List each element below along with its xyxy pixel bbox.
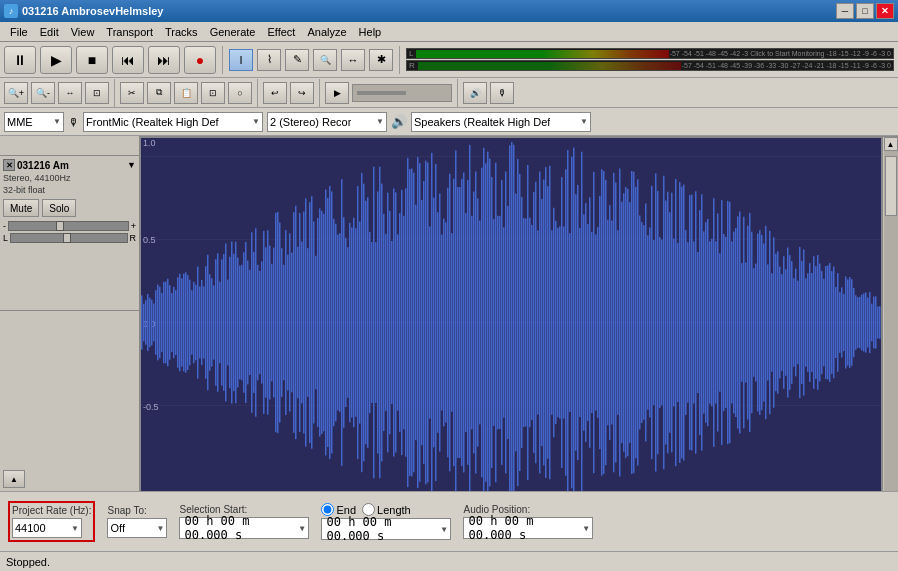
trim-button[interactable]: ⊡ [201,82,225,104]
selection-start-display[interactable]: 00 h 00 m 00.000 s ▼ [179,517,309,539]
stop-button[interactable]: ■ [76,46,108,74]
cut-button[interactable]: ✂ [120,82,144,104]
sep6 [457,79,458,107]
selection-start-group: Selection Start: 00 h 00 m 00.000 s ▼ [179,504,309,539]
menu-tracks[interactable]: Tracks [159,25,204,39]
track-info-bits: 32-bit float [3,185,136,195]
silence-button[interactable]: ○ [228,82,252,104]
timeshift-tool[interactable]: ↔ [341,49,365,71]
transport-toolbar: ⏸ ▶ ■ ⏮ ⏭ ● I ⌇ ✎ 🔍 ↔ ✱ L -57 -54 -51 -4… [0,42,898,78]
menu-analyze[interactable]: Analyze [301,25,352,39]
vscroll-thumb[interactable] [885,156,897,216]
vscroll-track[interactable] [884,151,898,491]
audio-position-display[interactable]: 00 h 00 m 00.000 s ▼ [463,517,593,539]
copy-button[interactable]: ⧉ [147,82,171,104]
mute-button[interactable]: Mute [3,199,39,217]
input-channels-select[interactable]: 2 (Stereo) Recor ▼ [267,112,387,132]
pan-slider[interactable] [10,233,127,243]
gain-minus: - [3,221,6,231]
title-bar: ♪ 031216 AmbrosevHelmsley ─ □ ✕ [0,0,898,22]
menu-edit[interactable]: Edit [34,25,65,39]
project-rate-value: 44100 [15,522,46,534]
collapse-button[interactable]: ▲ [3,470,25,488]
record-button[interactable]: ● [184,46,216,74]
end-length-group: End Length 00 h 00 m 00.000 s ▼ [321,503,451,540]
rewind-button[interactable]: ⏮ [112,46,144,74]
project-rate-label: Project Rate (Hz): [12,505,91,516]
waveform-top [141,138,881,491]
fit-button[interactable]: ↔ [58,82,82,104]
play-at-speed[interactable]: ▶ [325,82,349,104]
menu-generate[interactable]: Generate [204,25,262,39]
track-panel-bottom: ▲ [0,311,139,491]
mixer-row: MME ▼ 🎙 FrontMic (Realtek High Def ▼ 2 (… [0,108,898,136]
playback-speed-slider[interactable] [352,84,452,102]
input-device-select[interactable]: FrontMic (Realtek High Def ▼ [83,112,263,132]
pan-left-label: L [3,233,8,243]
play-button[interactable]: ▶ [40,46,72,74]
track-info-stereo: Stereo, 44100Hz [3,173,136,183]
track-close-button[interactable]: ✕ [3,159,15,171]
vertical-scrollbar: ▲ ▼ [882,137,898,491]
undo-button[interactable]: ↩ [263,82,287,104]
paste-button[interactable]: 📋 [174,82,198,104]
project-rate-group: Project Rate (Hz): 44100 ▼ [8,501,95,542]
envelope-tool[interactable]: ⌇ [257,49,281,71]
zoom-in-button[interactable]: 🔍+ [4,82,28,104]
audio-position-group: Audio Position: 00 h 00 m 00.000 s ▼ [463,504,593,539]
track-menu-icon[interactable]: ▼ [127,160,136,170]
multi-tool[interactable]: ✱ [369,49,393,71]
output-device-select[interactable]: Speakers (Realtek High Def ▼ [411,112,591,132]
audio-host-select[interactable]: MME ▼ [4,112,64,132]
pause-button[interactable]: ⏸ [4,46,36,74]
snap-to-label: Snap To: [107,505,167,516]
scroll-up-button[interactable]: ▲ [884,137,898,151]
timeline: -30 -15 0 15 30 45 1:00 1:15 1:30 1:45 2… [140,136,898,137]
draw-tool[interactable]: ✎ [285,49,309,71]
maximize-button[interactable]: □ [856,3,874,19]
minimize-button[interactable]: ─ [836,3,854,19]
pan-row: L R [3,233,136,243]
waveform-tracks[interactable] [140,137,882,491]
tools-toolbar: 🔍+ 🔍- ↔ ⊡ ✂ ⧉ 📋 ⊡ ○ ↩ ↪ ▶ 🔊 🎙 [0,78,898,108]
mic-icon: 🎙 [68,116,79,128]
vol-slider[interactable]: 🔊 [463,82,487,104]
zoom-tool[interactable]: 🔍 [313,49,337,71]
gain-row: - + [3,221,136,231]
end-value: 00 h 00 m 00.000 s [326,515,441,543]
sep5 [319,79,320,107]
gain-knob [56,221,64,231]
menu-view[interactable]: View [65,25,101,39]
track-header: ✕ 031216 Am ▼ Stereo, 44100Hz 32-bit flo… [0,156,139,311]
forward-button[interactable]: ⏭ [148,46,180,74]
zoom-out-button[interactable]: 🔍- [31,82,55,104]
mic-slider[interactable]: 🎙 [490,82,514,104]
menu-effect[interactable]: Effect [262,25,302,39]
solo-button[interactable]: Solo [42,199,76,217]
track-area: ✕ 031216 Am ▼ Stereo, 44100Hz 32-bit flo… [0,136,898,491]
snap-to-select[interactable]: Off ▼ [107,518,167,538]
pan-knob [63,233,71,243]
waveform-section: -30 -15 0 15 30 45 1:00 1:15 1:30 1:45 2… [140,136,898,491]
audio-position-value: 00 h 00 m 00.000 s [468,514,583,542]
main-area: ✕ 031216 Am ▼ Stereo, 44100Hz 32-bit flo… [0,136,898,571]
menu-bar: File Edit View Transport Tracks Generate… [0,22,898,42]
end-display[interactable]: 00 h 00 m 00.000 s ▼ [321,518,451,540]
timeline-spacer [0,136,139,156]
close-button[interactable]: ✕ [876,3,894,19]
menu-file[interactable]: File [4,25,34,39]
project-rate-select[interactable]: 44100 ▼ [12,518,82,538]
window-title: 031216 AmbrosevHelmsley [22,5,163,17]
pan-right-label: R [130,233,137,243]
track-name: 031216 Am [15,160,127,171]
mute-solo-row: Mute Solo [3,199,136,217]
gain-slider[interactable] [8,221,129,231]
menu-help[interactable]: Help [353,25,388,39]
redo-button[interactable]: ↪ [290,82,314,104]
app-icon: ♪ [4,4,18,18]
selection-tool[interactable]: I [229,49,253,71]
menu-transport[interactable]: Transport [100,25,159,39]
zoom-sel-button[interactable]: ⊡ [85,82,109,104]
end-radio-label: End [336,504,356,516]
sep3 [114,79,115,107]
